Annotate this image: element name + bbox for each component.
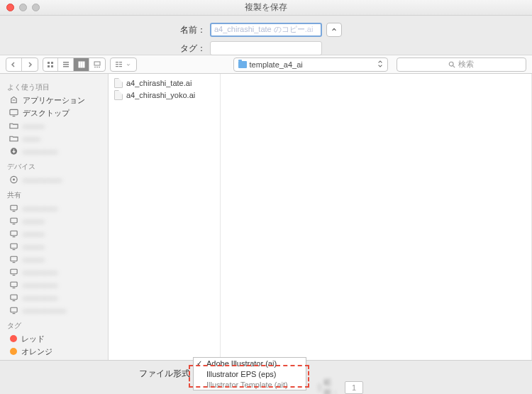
folder-icon (9, 121, 18, 130)
svg-rect-27 (10, 231, 16, 236)
search-field[interactable]: 検索 (397, 58, 526, 72)
svg-point-20 (450, 62, 454, 66)
computer-icon (9, 204, 18, 212)
gallery-view-button[interactable] (89, 58, 105, 71)
svg-rect-26 (10, 218, 16, 223)
svg-rect-25 (10, 205, 16, 210)
format-dropdown[interactable]: Adobe Illustrator (ai)Illustrator EPS (e… (193, 357, 306, 390)
svg-rect-1 (51, 62, 53, 64)
sidebar-item-label: アプリケーション (23, 95, 85, 106)
file-name: a4_chirashi_yoko.ai (126, 91, 195, 99)
minimize-button[interactable] (19, 4, 27, 11)
collapse-toggle[interactable] (326, 23, 342, 37)
sidebar-item-apps[interactable]: アプリケーション (0, 94, 108, 106)
view-mode-segment (43, 58, 106, 72)
computer-icon (9, 268, 18, 276)
computer-icon (9, 242, 18, 251)
list-view-button[interactable] (58, 58, 74, 71)
computer-icon (9, 306, 18, 314)
forward-button[interactable] (22, 58, 38, 71)
traffic-lights (0, 4, 40, 11)
sidebar-item-label: –––––––––– (23, 306, 66, 314)
svg-rect-13 (99, 67, 100, 67)
svg-rect-28 (10, 243, 16, 248)
sidebar-item-shared[interactable]: ––––– (0, 240, 108, 253)
maximize-button[interactable] (32, 4, 40, 11)
sidebar-item-label: ––––– (23, 229, 45, 238)
computer-icon (9, 229, 18, 238)
file-icon (114, 78, 123, 88)
file-item[interactable]: a4_chirashi_tate.ai (109, 77, 220, 89)
tag-label: タグ： (0, 43, 210, 55)
svg-rect-10 (94, 62, 100, 65)
svg-rect-21 (9, 109, 17, 114)
svg-rect-8 (81, 62, 82, 67)
format-option[interactable]: Illustrator EPS (eps) (194, 368, 306, 379)
sidebar-header-shared: 共有 (0, 186, 108, 202)
main-area: よく使う項目 アプリケーションデスクトップ––––––––––––––––– デ… (0, 74, 532, 360)
file-column: a4_chirashi_tate.aia4_chirashi_yoko.ai (109, 74, 221, 360)
save-form: 名前： a4_chirashi_tate のコピー.ai タグ： (0, 16, 532, 55)
titlebar: 複製を保存 (0, 0, 532, 16)
computer-icon (9, 255, 18, 263)
format-option[interactable]: Adobe Illustrator (ai) (194, 358, 306, 368)
name-field[interactable]: a4_chirashi_tate のコピー.ai (210, 23, 322, 37)
sidebar-header-favorites: よく使う項目 (0, 78, 108, 94)
sidebar-item-b1[interactable]: ––––– (0, 119, 108, 132)
sidebar-item-shared[interactable]: –––––––– (0, 202, 108, 214)
artboard-number[interactable]: 1 (345, 381, 363, 394)
group-by-popup[interactable] (110, 58, 137, 72)
downloads-icon (9, 147, 18, 155)
sidebar-item-shared[interactable]: ––––– (0, 214, 108, 227)
sidebar-header-devices: デバイス (0, 158, 108, 173)
svg-rect-7 (79, 62, 80, 67)
sidebar-item-shared[interactable]: ––––– (0, 227, 108, 240)
svg-rect-14 (116, 62, 118, 62)
svg-rect-31 (10, 282, 16, 287)
disk-icon (9, 175, 18, 184)
close-button[interactable] (6, 4, 14, 11)
sidebar-item-shared[interactable]: –––––––– (0, 278, 108, 291)
sidebar-tag-orange[interactable]: オレンジ (0, 345, 108, 358)
svg-rect-29 (10, 256, 16, 261)
computer-icon (9, 217, 18, 225)
sidebar-tag-red[interactable]: レッド (0, 332, 108, 345)
sidebar-item-label: レッド (21, 334, 45, 344)
tag-dot-icon (10, 335, 17, 342)
desktop-icon (9, 109, 18, 117)
sidebar-item-shared[interactable]: –––––––––– (0, 304, 108, 317)
sidebar-item-shared[interactable]: –––––––– (0, 291, 108, 304)
sidebar-item-shared[interactable]: ––––– (0, 253, 108, 266)
toolbar: template_a4_ai 検索 (0, 55, 532, 74)
sidebar-item-desktop[interactable]: デスクトップ (0, 106, 108, 119)
svg-rect-5 (63, 64, 69, 65)
sidebar-item-label: デスクトップ (23, 108, 70, 119)
svg-rect-18 (119, 64, 122, 65)
nav-back-forward (6, 58, 38, 72)
sidebar-item-b2[interactable]: –––– (0, 132, 108, 145)
sidebar-item-downloads[interactable]: –––––––– (0, 145, 108, 158)
file-item[interactable]: a4_chirashi_yoko.ai (109, 89, 220, 101)
sidebar-item-label: オレンジ (21, 346, 52, 357)
icon-view-button[interactable] (43, 58, 59, 71)
svg-rect-15 (116, 64, 118, 65)
folder-popup[interactable]: template_a4_ai (233, 58, 388, 72)
tag-field[interactable] (210, 41, 322, 55)
back-button[interactable] (6, 58, 22, 71)
format-option[interactable]: Illustrator Template (ait) (194, 379, 306, 390)
artboard-radio[interactable]: 範囲： (318, 383, 339, 392)
svg-rect-11 (94, 67, 96, 67)
svg-rect-12 (96, 67, 98, 67)
svg-rect-32 (10, 295, 16, 300)
bottom-bar: ファイル形式 Adobe Illustrator (ai)Illustrator… (0, 360, 532, 394)
sidebar-item-label: –––––––– (23, 268, 57, 276)
sidebar-item-label: –––– (23, 134, 40, 143)
apps-icon (9, 96, 18, 104)
column-view-button[interactable] (74, 58, 89, 71)
folder-icon (238, 61, 247, 68)
tag-dot-icon (10, 348, 17, 355)
svg-rect-3 (51, 65, 53, 67)
svg-rect-4 (63, 62, 69, 63)
sidebar-item-device[interactable]: ––––––––– (0, 173, 108, 186)
sidebar-item-shared[interactable]: –––––––– (0, 266, 108, 278)
